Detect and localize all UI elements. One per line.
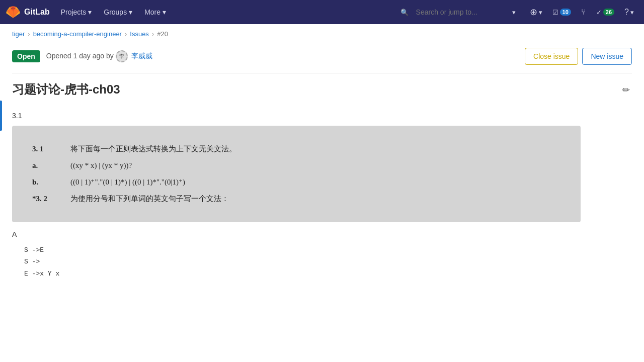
code-block: S ->E S -> E ->x Y x xyxy=(12,244,632,280)
issue-header-bar: Open Opened 1 day ago by 李 李威威 Close iss… xyxy=(12,42,632,73)
gitlab-logo-link[interactable]: GitLab xyxy=(6,5,50,19)
main-content: tiger › becoming-a-compiler-engineer › I… xyxy=(0,24,644,290)
issue-meta: Opened 1 day ago by 李 李威威 xyxy=(46,50,153,62)
code-line-2: S -> xyxy=(12,256,632,267)
plus-icon: ⊕ xyxy=(530,7,537,18)
issue-body: 3.1 3. 1 将下面每一个正则表达式转换为上下文无关文法。 a. ((xy … xyxy=(12,108,632,290)
help-btn[interactable]: ? ▾ xyxy=(620,5,638,20)
search-input[interactable] xyxy=(410,5,511,19)
issue-title: 习题讨论-虎书-ch03 xyxy=(12,81,120,98)
todo-btn[interactable]: ☑ 10 xyxy=(548,6,575,19)
section-label-1: 3.1 xyxy=(12,112,632,120)
exercise-image: 3. 1 将下面每一个正则表达式转换为上下文无关文法。 a. ((xy * x)… xyxy=(12,126,581,222)
code-line-1: S ->E xyxy=(12,244,632,256)
image-line-4: *3. 2 为使用分号和下列单词的英文句子写一个文法： xyxy=(32,191,560,207)
breadcrumb: tiger › becoming-a-compiler-engineer › I… xyxy=(12,24,632,42)
image-line-3: b. ((0 | 1)⁺"."(0 | 1)*) | ((0 | 1)*"."(… xyxy=(32,174,560,191)
action-buttons: Close issue New issue xyxy=(525,48,632,65)
search-box-container[interactable]: 🔍 ▾ xyxy=(396,2,520,22)
groups-nav-item[interactable]: Groups ▾ xyxy=(99,5,137,19)
merge-requests-btn[interactable]: ⑂ xyxy=(577,5,590,20)
issues-badge: 26 xyxy=(603,9,614,16)
breadcrumb-repo[interactable]: becoming-a-compiler-engineer xyxy=(33,30,122,38)
navbar: GitLab Projects ▾ Groups ▾ More ▾ 🔍 ▾ ⊕ … xyxy=(0,0,644,24)
avatar: 李 xyxy=(116,50,128,62)
edit-title-button[interactable]: ✏ xyxy=(620,82,632,98)
issues-btn[interactable]: ✓ 26 xyxy=(592,6,618,19)
breadcrumb-issues[interactable]: Issues xyxy=(130,30,149,38)
status-badge: Open xyxy=(12,50,40,62)
issues-icon: ✓ xyxy=(596,9,602,16)
gitlab-logo-icon xyxy=(6,5,20,19)
plus-menu-btn[interactable]: ⊕ ▾ xyxy=(526,4,546,21)
issue-title-row: 习题讨论-虎书-ch03 ✏ xyxy=(12,81,632,98)
gitlab-text: GitLab xyxy=(24,8,50,17)
breadcrumb-tiger[interactable]: tiger xyxy=(12,30,25,38)
issue-status-area: Open Opened 1 day ago by 李 李威威 xyxy=(12,50,152,62)
help-icon: ? xyxy=(624,8,629,17)
image-content: 3. 1 将下面每一个正则表达式转换为上下文无关文法。 a. ((xy * x)… xyxy=(12,126,581,222)
merge-request-icon: ⑂ xyxy=(581,8,586,17)
new-issue-button[interactable]: New issue xyxy=(582,48,632,65)
author-name: 李威威 xyxy=(131,52,152,60)
projects-nav-item[interactable]: Projects ▾ xyxy=(56,5,97,19)
close-issue-button[interactable]: Close issue xyxy=(525,48,578,65)
image-line-2: a. ((xy * x) | (yx * y))? xyxy=(32,157,560,174)
left-edge-indicator xyxy=(0,101,2,131)
image-line-1: 3. 1 将下面每一个正则表达式转换为上下文无关文法。 xyxy=(32,141,560,157)
code-line-3: E ->x Y x xyxy=(12,268,632,280)
breadcrumb-issue-number: #20 xyxy=(157,30,168,38)
more-nav-item[interactable]: More ▾ xyxy=(139,5,171,19)
todo-badge: 10 xyxy=(560,9,571,16)
section-label-2: A xyxy=(12,230,632,238)
todo-icon: ☑ xyxy=(552,9,558,16)
